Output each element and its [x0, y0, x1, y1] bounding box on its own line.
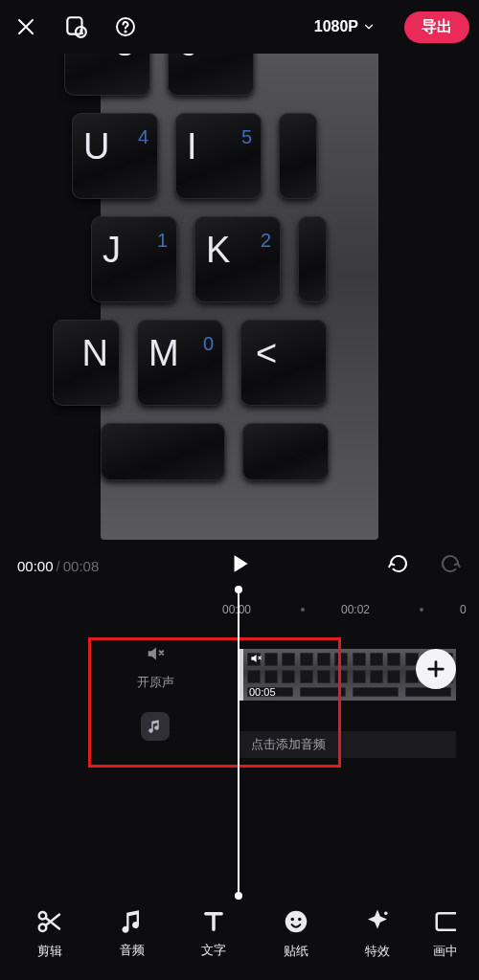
plus-icon	[425, 658, 446, 679]
sparkle-icon	[363, 907, 392, 936]
music-icon	[147, 718, 164, 735]
svg-rect-10	[437, 913, 456, 930]
resolution-label: 1080P	[314, 18, 358, 35]
timecode: 00:00/00:08	[17, 558, 99, 574]
timeline[interactable]: 00:00 00:02 0 开原声 00:05	[0, 590, 479, 838]
tool-edit[interactable]: 剪辑	[23, 907, 77, 960]
tool-sticker[interactable]: 贴纸	[269, 907, 323, 960]
svg-point-3	[125, 31, 125, 32]
draft-icon	[63, 14, 88, 39]
time-ruler: 00:00 00:02 0	[0, 603, 479, 622]
tool-audio[interactable]: 音频	[105, 908, 159, 959]
svg-point-6	[285, 910, 308, 932]
add-audio-label: 点击添加音频	[251, 736, 326, 753]
original-sound-label: 开原声	[88, 674, 222, 691]
resolution-selector[interactable]: 1080P	[314, 18, 376, 35]
speaker-muted-icon	[145, 643, 166, 664]
play-icon	[227, 551, 252, 576]
svg-point-7	[290, 917, 294, 921]
svg-point-9	[384, 911, 388, 915]
add-audio-track[interactable]: 点击添加音频	[240, 731, 456, 758]
clip-duration-label: 00:05	[249, 686, 276, 698]
speaker-muted-icon	[249, 652, 262, 665]
preview-content: *8 9 U4 I5 J1 K2 N M0 <	[101, 54, 378, 498]
music-note-icon	[119, 908, 146, 935]
preview-area[interactable]: *8 9 U4 I5 J1 K2 N M0 <	[0, 54, 479, 540]
text-icon	[200, 908, 227, 935]
playhead[interactable]	[238, 590, 240, 896]
sticker-icon	[282, 907, 310, 936]
original-sound-toggle[interactable]: 开原声	[88, 643, 222, 741]
close-icon	[14, 15, 37, 38]
undo-icon	[387, 552, 410, 575]
music-track-button[interactable]	[141, 712, 170, 741]
svg-rect-0	[67, 17, 81, 33]
save-draft-button[interactable]	[59, 11, 92, 43]
bottom-toolbar: 剪辑 音频 文字 贴纸 特效 画中	[0, 896, 479, 980]
add-clip-button[interactable]	[416, 649, 456, 689]
close-button[interactable]	[10, 11, 42, 43]
tool-pip[interactable]: 画中	[433, 907, 456, 960]
clip-mute-icon	[249, 652, 262, 669]
time-total: 00:08	[63, 558, 100, 574]
help-icon	[114, 15, 137, 38]
pip-icon	[433, 907, 456, 936]
export-button[interactable]: 导出	[404, 11, 469, 43]
scissors-icon	[35, 907, 64, 936]
redo-icon	[439, 552, 462, 575]
play-button[interactable]	[227, 551, 252, 580]
time-current: 00:00	[17, 558, 54, 574]
chevron-down-icon	[362, 20, 376, 33]
redo-button[interactable]	[439, 552, 462, 579]
help-button[interactable]	[109, 11, 142, 43]
tool-text[interactable]: 文字	[187, 908, 240, 959]
top-bar: 1080P 导出	[0, 0, 479, 54]
tool-effects[interactable]: 特效	[351, 907, 404, 960]
undo-button[interactable]	[387, 552, 410, 579]
transport-bar: 00:00/00:08	[0, 542, 479, 590]
svg-point-8	[298, 917, 302, 921]
